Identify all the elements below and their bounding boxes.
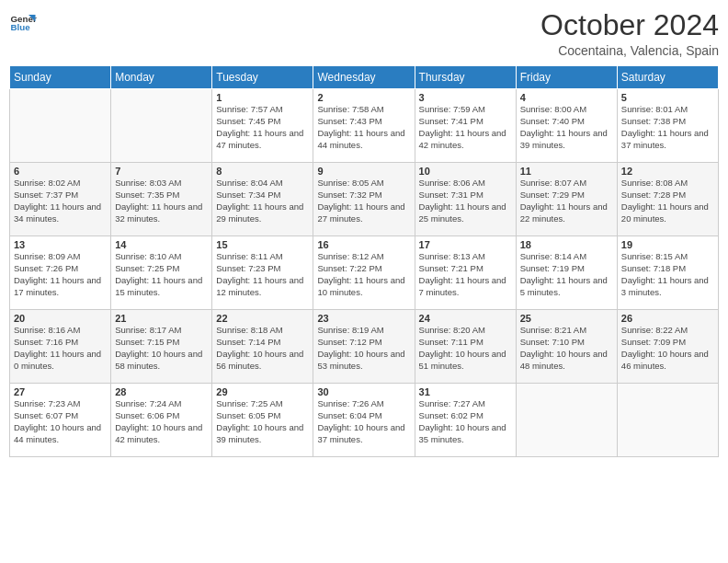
day-number: 22 [216,313,309,324]
calendar-cell: 26Sunrise: 8:22 AMSunset: 7:09 PMDayligh… [617,310,718,384]
day-number: 29 [216,386,309,397]
calendar-cell: 7Sunrise: 8:03 AMSunset: 7:35 PMDaylight… [111,163,212,236]
day-info: Sunrise: 8:00 AMSunset: 7:40 PMDaylight:… [520,104,613,151]
day-info: Sunrise: 8:03 AMSunset: 7:35 PMDaylight:… [115,178,208,224]
day-number: 2 [317,92,410,103]
day-number: 18 [520,239,613,250]
day-info: Sunrise: 8:18 AMSunset: 7:14 PMDaylight:… [216,325,309,372]
day-number: 5 [621,92,714,103]
calendar-cell: 12Sunrise: 8:08 AMSunset: 7:28 PMDayligh… [617,163,718,236]
calendar-cell: 30Sunrise: 7:26 AMSunset: 6:04 PMDayligh… [313,384,415,457]
day-number: 26 [621,313,714,324]
calendar-cell: 5Sunrise: 8:01 AMSunset: 7:38 PMDaylight… [617,89,718,163]
day-number: 27 [14,386,107,397]
day-number: 23 [317,313,410,324]
calendar-cell: 28Sunrise: 7:24 AMSunset: 6:06 PMDayligh… [111,384,212,457]
calendar-table: SundayMondayTuesdayWednesdayThursdayFrid… [9,65,719,457]
day-info: Sunrise: 8:13 AMSunset: 7:21 PMDaylight:… [419,251,512,298]
header: General Blue October 2024 Cocentaina, Va… [9,9,719,58]
calendar-week-3: 13Sunrise: 8:09 AMSunset: 7:26 PMDayligh… [10,236,719,310]
day-info: Sunrise: 7:24 AMSunset: 6:06 PMDaylight:… [115,398,208,445]
day-info: Sunrise: 8:09 AMSunset: 7:26 PMDaylight:… [14,251,107,298]
calendar-week-1: 1Sunrise: 7:57 AMSunset: 7:45 PMDaylight… [10,89,719,163]
calendar-cell: 15Sunrise: 8:11 AMSunset: 7:23 PMDayligh… [212,236,313,310]
day-info: Sunrise: 7:26 AMSunset: 6:04 PMDaylight:… [317,398,410,445]
calendar-cell: 4Sunrise: 8:00 AMSunset: 7:40 PMDaylight… [516,89,617,163]
day-number: 6 [14,166,107,177]
day-info: Sunrise: 8:16 AMSunset: 7:16 PMDaylight:… [14,325,107,372]
calendar-cell: 27Sunrise: 7:23 AMSunset: 6:07 PMDayligh… [10,384,111,457]
calendar-cell: 24Sunrise: 8:20 AMSunset: 7:11 PMDayligh… [415,310,516,384]
day-number: 19 [621,239,714,250]
calendar-cell: 17Sunrise: 8:13 AMSunset: 7:21 PMDayligh… [415,236,516,310]
calendar-cell: 13Sunrise: 8:09 AMSunset: 7:26 PMDayligh… [10,236,111,310]
calendar-week-2: 6Sunrise: 8:02 AMSunset: 7:37 PMDaylight… [10,163,719,236]
calendar-cell: 29Sunrise: 7:25 AMSunset: 6:05 PMDayligh… [212,384,313,457]
day-number: 11 [520,166,613,177]
day-number: 16 [317,239,410,250]
day-number: 13 [14,239,107,250]
day-info: Sunrise: 8:01 AMSunset: 7:38 PMDaylight:… [621,104,714,151]
calendar-cell: 31Sunrise: 7:27 AMSunset: 6:02 PMDayligh… [415,384,516,457]
day-number: 4 [520,92,613,103]
day-number: 10 [419,166,512,177]
calendar-cell: 19Sunrise: 8:15 AMSunset: 7:18 PMDayligh… [617,236,718,310]
day-info: Sunrise: 8:15 AMSunset: 7:18 PMDaylight:… [621,251,714,298]
day-info: Sunrise: 8:10 AMSunset: 7:25 PMDaylight:… [115,251,208,298]
day-number: 14 [115,239,208,250]
calendar-cell: 10Sunrise: 8:06 AMSunset: 7:31 PMDayligh… [415,163,516,236]
day-number: 28 [115,386,208,397]
day-info: Sunrise: 7:25 AMSunset: 6:05 PMDaylight:… [216,398,309,445]
calendar-cell: 9Sunrise: 8:05 AMSunset: 7:32 PMDaylight… [313,163,415,236]
day-info: Sunrise: 7:58 AMSunset: 7:43 PMDaylight:… [317,104,410,151]
day-info: Sunrise: 7:23 AMSunset: 6:07 PMDaylight:… [14,398,107,445]
logo-icon: General Blue [9,9,37,37]
calendar-cell: 18Sunrise: 8:14 AMSunset: 7:19 PMDayligh… [516,236,617,310]
header-row: SundayMondayTuesdayWednesdayThursdayFrid… [10,66,719,89]
day-info: Sunrise: 8:14 AMSunset: 7:19 PMDaylight:… [520,251,613,298]
col-header-friday: Friday [516,66,617,89]
col-header-tuesday: Tuesday [212,66,313,89]
calendar-cell [111,89,212,163]
calendar-cell: 8Sunrise: 8:04 AMSunset: 7:34 PMDaylight… [212,163,313,236]
logo: General Blue [9,9,37,37]
day-number: 9 [317,166,410,177]
calendar-cell [10,89,111,163]
calendar-cell: 2Sunrise: 7:58 AMSunset: 7:43 PMDaylight… [313,89,415,163]
calendar-week-4: 20Sunrise: 8:16 AMSunset: 7:16 PMDayligh… [10,310,719,384]
calendar-cell: 14Sunrise: 8:10 AMSunset: 7:25 PMDayligh… [111,236,212,310]
day-info: Sunrise: 8:12 AMSunset: 7:22 PMDaylight:… [317,251,410,298]
day-info: Sunrise: 8:02 AMSunset: 7:37 PMDaylight:… [14,178,107,224]
day-info: Sunrise: 8:04 AMSunset: 7:34 PMDaylight:… [216,178,309,224]
calendar-cell: 22Sunrise: 8:18 AMSunset: 7:14 PMDayligh… [212,310,313,384]
calendar-cell: 20Sunrise: 8:16 AMSunset: 7:16 PMDayligh… [10,310,111,384]
calendar-cell: 6Sunrise: 8:02 AMSunset: 7:37 PMDaylight… [10,163,111,236]
day-number: 8 [216,166,309,177]
day-number: 3 [419,92,512,103]
calendar-cell [516,384,617,457]
month-title: October 2024 [540,9,719,41]
day-number: 15 [216,239,309,250]
day-info: Sunrise: 8:06 AMSunset: 7:31 PMDaylight:… [419,178,512,224]
day-number: 25 [520,313,613,324]
col-header-sunday: Sunday [10,66,111,89]
day-info: Sunrise: 8:17 AMSunset: 7:15 PMDaylight:… [115,325,208,372]
day-number: 30 [317,386,410,397]
calendar-cell: 3Sunrise: 7:59 AMSunset: 7:41 PMDaylight… [415,89,516,163]
location-title: Cocentaina, Valencia, Spain [540,43,719,58]
day-number: 31 [419,386,512,397]
col-header-wednesday: Wednesday [313,66,415,89]
day-info: Sunrise: 8:07 AMSunset: 7:29 PMDaylight:… [520,178,613,224]
title-block: October 2024 Cocentaina, Valencia, Spain [540,9,719,58]
day-number: 20 [14,313,107,324]
calendar-cell: 1Sunrise: 7:57 AMSunset: 7:45 PMDaylight… [212,89,313,163]
col-header-monday: Monday [111,66,212,89]
calendar-cell: 23Sunrise: 8:19 AMSunset: 7:12 PMDayligh… [313,310,415,384]
day-number: 12 [621,166,714,177]
page: General Blue October 2024 Cocentaina, Va… [0,0,728,563]
day-number: 24 [419,313,512,324]
calendar-cell [617,384,718,457]
day-info: Sunrise: 8:20 AMSunset: 7:11 PMDaylight:… [419,325,512,372]
day-info: Sunrise: 8:21 AMSunset: 7:10 PMDaylight:… [520,325,613,372]
calendar-cell: 25Sunrise: 8:21 AMSunset: 7:10 PMDayligh… [516,310,617,384]
